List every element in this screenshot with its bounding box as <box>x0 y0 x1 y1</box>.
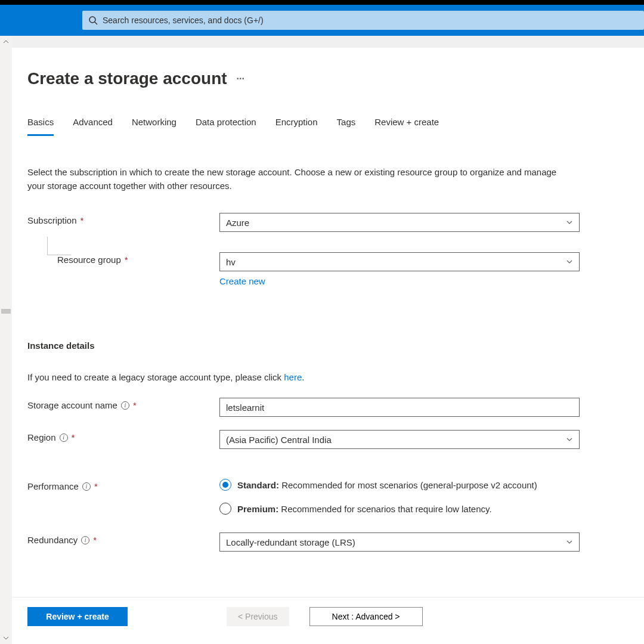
performance-label: Performance i * <box>27 479 219 491</box>
wizard-footer: Review + create < Previous Next : Advanc… <box>12 597 644 626</box>
info-icon[interactable]: i <box>81 536 89 544</box>
page-title: Create a storage account ··· <box>27 69 620 88</box>
intro-text: Select the subscription in which to crea… <box>27 166 576 193</box>
blade-content: Create a storage account ··· Basics Adva… <box>12 48 644 644</box>
search-input[interactable] <box>103 16 638 25</box>
region-select[interactable]: (Asia Pacific) Central India <box>219 430 580 449</box>
radio-icon <box>219 479 231 491</box>
chevron-down-icon <box>566 258 573 265</box>
chevron-down-icon <box>566 219 573 226</box>
chevron-down-icon <box>566 538 573 546</box>
left-scrollbar[interactable] <box>0 36 12 644</box>
performance-premium-radio[interactable]: Premium: Recommended for scenarios that … <box>219 503 580 515</box>
global-search[interactable] <box>82 11 644 30</box>
scroll-down-icon[interactable] <box>1 633 11 643</box>
portal-header <box>0 5 644 36</box>
create-new-resource-group-link[interactable]: Create new <box>219 276 265 286</box>
subscription-select[interactable]: Azure <box>219 213 580 232</box>
next-button[interactable]: Next : Advanced > <box>309 607 423 626</box>
tab-review-create[interactable]: Review + create <box>374 117 439 136</box>
region-label: Region i * <box>27 430 219 442</box>
info-icon[interactable]: i <box>82 482 91 491</box>
svg-line-1 <box>95 22 97 24</box>
tab-encryption[interactable]: Encryption <box>275 117 318 136</box>
performance-standard-radio[interactable]: Standard: Recommended for most scenarios… <box>219 479 580 491</box>
instance-details-heading: Instance details <box>27 340 620 351</box>
tab-data-protection[interactable]: Data protection <box>196 117 256 136</box>
tab-basics[interactable]: Basics <box>27 117 54 136</box>
review-create-button[interactable]: Review + create <box>27 607 128 626</box>
tab-advanced[interactable]: Advanced <box>73 117 113 136</box>
legacy-info: If you need to create a legacy storage a… <box>27 372 620 382</box>
redundancy-label: Redundancy i * <box>27 532 219 545</box>
subscription-label: Subscription* <box>27 213 219 225</box>
redundancy-select[interactable]: Locally-redundant storage (LRS) <box>219 532 580 552</box>
search-icon <box>88 16 98 25</box>
scroll-up-icon[interactable] <box>1 37 11 47</box>
storage-account-name-input[interactable] <box>219 398 580 417</box>
scroll-thumb[interactable] <box>1 309 11 314</box>
wizard-tabs: Basics Advanced Networking Data protecti… <box>27 117 620 136</box>
chevron-down-icon <box>566 436 573 443</box>
svg-point-0 <box>89 17 95 23</box>
legacy-link[interactable]: here <box>284 372 302 382</box>
radio-icon <box>219 503 231 515</box>
info-icon[interactable]: i <box>60 434 68 442</box>
resource-group-select[interactable]: hv <box>219 252 580 271</box>
tab-tags[interactable]: Tags <box>337 117 356 136</box>
previous-button: < Previous <box>227 607 289 626</box>
storage-account-name-label: Storage account name i * <box>27 398 219 410</box>
tab-networking[interactable]: Networking <box>132 117 177 136</box>
more-icon[interactable]: ··· <box>237 73 244 84</box>
info-icon[interactable]: i <box>121 401 129 410</box>
